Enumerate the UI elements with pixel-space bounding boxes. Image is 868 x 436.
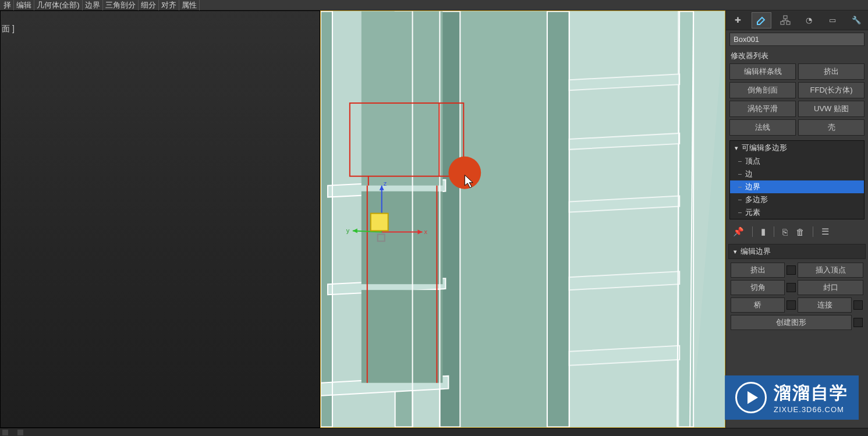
svg-rect-9 <box>362 12 443 186</box>
status-bar <box>0 428 868 436</box>
subobj-polygon[interactable]: 多边形 <box>730 193 864 206</box>
watermark: 溜溜自学 ZIXUE.3D66.COM <box>725 375 859 420</box>
svg-rect-45 <box>781 22 784 24</box>
bridge-settings-icon[interactable] <box>786 300 796 310</box>
subobj-border[interactable]: 边界 <box>730 180 864 193</box>
svg-text:z: z <box>384 180 387 187</box>
menu-item[interactable]: 边界 <box>83 0 103 10</box>
mod-button[interactable]: FFD(长方体) <box>798 82 865 98</box>
watermark-url: ZIXUE.3D66.COM <box>774 405 848 414</box>
create-shape-settings-icon[interactable] <box>853 318 863 327</box>
play-icon <box>735 382 767 413</box>
utilities-tab-icon[interactable]: 🔧 <box>846 12 866 29</box>
svg-rect-3 <box>440 12 460 427</box>
command-tabs: ✚ ◔ ▭ 🔧 <box>726 10 868 30</box>
bridge-button[interactable]: 桥 <box>731 297 785 313</box>
mod-button[interactable]: 挤出 <box>798 63 865 80</box>
menu-item[interactable]: 几何体(全部) <box>34 0 83 10</box>
configure-icon[interactable]: ☰ <box>821 226 829 237</box>
show-end-result-icon[interactable]: ▮ <box>761 226 766 237</box>
display-tab-icon[interactable]: ▭ <box>823 12 842 29</box>
mod-button[interactable]: UVW 贴图 <box>798 101 865 117</box>
svg-rect-4 <box>547 12 569 427</box>
subobj-edge[interactable]: 边 <box>730 168 864 180</box>
insert-vertex-button[interactable]: 插入顶点 <box>798 263 863 278</box>
menu-item[interactable]: 对齐 <box>159 0 179 10</box>
subobj-vertex[interactable]: 顶点 <box>730 155 864 168</box>
modifier-list-label[interactable]: 修改器列表 <box>726 48 868 63</box>
svg-rect-10 <box>362 192 443 285</box>
viewport-svg: x z y <box>321 11 725 427</box>
mod-button[interactable]: 倒角剖面 <box>729 82 796 98</box>
create-shape-button[interactable]: 创建图形 <box>731 315 852 330</box>
grip-icon[interactable] <box>2 430 8 435</box>
edit-border-rollout: 编辑边界 挤出 插入顶点 切角 封口 桥 连接 创建图形 <box>728 244 866 334</box>
extrude-settings-icon[interactable] <box>786 265 796 275</box>
motion-tab-icon[interactable]: ◔ <box>799 12 819 29</box>
viewport-perspective[interactable]: x z y <box>320 10 725 428</box>
svg-rect-12 <box>460 12 547 427</box>
mod-button[interactable]: 涡轮平滑 <box>729 101 796 117</box>
remove-modifier-icon[interactable]: 🗑 <box>796 227 805 237</box>
svg-rect-41 <box>371 214 388 231</box>
menu-item[interactable]: 细分 <box>139 0 159 10</box>
modifier-stack: 可编辑多边形 顶点 边 边界 多边形 元素 <box>729 140 865 219</box>
chamfer-settings-icon[interactable] <box>786 283 796 292</box>
pin-icon[interactable]: 📌 <box>733 226 744 237</box>
cap-button[interactable]: 封口 <box>798 280 863 295</box>
svg-text:x: x <box>424 228 427 235</box>
mod-button[interactable]: 法线 <box>729 119 796 136</box>
menu-item[interactable]: 属性 <box>179 0 200 10</box>
connect-settings-icon[interactable] <box>853 300 863 310</box>
mod-button[interactable]: 编辑样条线 <box>729 63 796 80</box>
extrude-button[interactable]: 挤出 <box>731 263 785 278</box>
svg-rect-46 <box>786 22 790 24</box>
modifier-buttons: 编辑样条线 挤出 倒角剖面 FFD(长方体) 涡轮平滑 UVW 贴图 法线 壳 <box>726 63 868 136</box>
mod-button[interactable]: 壳 <box>798 119 865 136</box>
svg-rect-11 <box>362 290 443 383</box>
stack-toolbar: 📌 ▮ ⎘ 🗑 ☰ <box>729 223 865 240</box>
svg-rect-44 <box>784 16 787 19</box>
viewport-left[interactable]: 面 ] <box>0 10 320 428</box>
svg-text:y: y <box>346 227 350 234</box>
hierarchy-tab-icon[interactable] <box>775 12 795 29</box>
viewport-label: 面 ] <box>2 24 15 34</box>
menu-bar: 择 编辑 几何体(全部) 边界 三角剖分 细分 对齐 属性 <box>0 0 868 10</box>
svg-rect-1 <box>321 12 332 427</box>
watermark-title: 溜溜自学 <box>774 381 848 405</box>
chamfer-button[interactable]: 切角 <box>731 280 785 295</box>
svg-rect-18 <box>569 12 679 427</box>
menu-item[interactable]: 编辑 <box>14 0 34 10</box>
modify-tab-icon[interactable] <box>752 12 771 29</box>
grip-icon[interactable] <box>17 430 23 435</box>
make-unique-icon[interactable]: ⎘ <box>782 227 788 237</box>
menu-item[interactable]: 择 <box>1 0 14 10</box>
command-panel: ✚ ◔ ▭ 🔧 修改器列表 编辑样条线 挤出 倒角剖面 FFD(长方体) 涡轮平… <box>725 10 868 428</box>
object-name-input[interactable] <box>729 33 865 46</box>
menu-item[interactable]: 三角剖分 <box>103 0 139 10</box>
create-tab-icon[interactable]: ✚ <box>728 12 747 29</box>
connect-button[interactable]: 连接 <box>798 297 852 313</box>
stack-base-object[interactable]: 可编辑多边形 <box>730 141 864 155</box>
subobj-element[interactable]: 元素 <box>730 206 864 219</box>
rollout-header[interactable]: 编辑边界 <box>728 244 866 259</box>
